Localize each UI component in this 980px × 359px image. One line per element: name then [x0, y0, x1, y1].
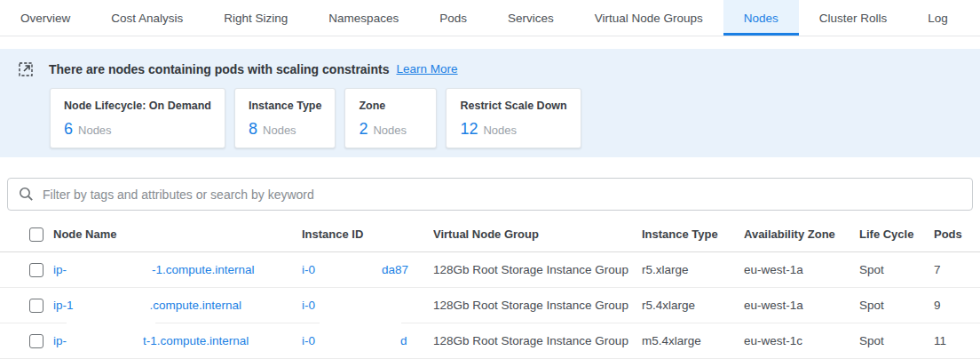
- node-name-link[interactable]: .compute.internal: [150, 299, 242, 312]
- instance-type-cell: m5.4xlarge: [642, 334, 744, 347]
- card-zone[interactable]: Zone 2Nodes: [344, 88, 437, 148]
- card-count: 2: [359, 120, 368, 138]
- availability-zone-cell: eu-west-1a: [744, 263, 859, 276]
- virtual-node-group-cell: 128Gb Root Storage Instance Group: [433, 263, 642, 276]
- col-life-cycle: Life Cycle: [859, 227, 934, 241]
- virtual-node-group-cell: 128Gb Root Storage Instance Group: [433, 299, 642, 312]
- redaction-patch: [320, 322, 401, 326]
- instance-id-link[interactable]: d: [400, 334, 407, 347]
- card-title: Restrict Scale Down: [460, 100, 566, 112]
- row-checkbox[interactable]: [29, 263, 43, 277]
- row-checkbox[interactable]: [29, 334, 43, 348]
- redacted-gap: [67, 344, 143, 345]
- virtual-node-group-cell: 128Gb Root Storage Instance Group: [433, 334, 642, 347]
- col-availability-zone: Availability Zone: [744, 227, 859, 241]
- card-title: Node Lifecycle: On Demand: [64, 100, 211, 112]
- card-count: 6: [64, 120, 73, 138]
- card-unit: Nodes: [373, 124, 407, 137]
- col-node-name: Node Name: [53, 227, 302, 241]
- card-unit: Nodes: [483, 124, 517, 137]
- tab-overview[interactable]: Overview: [0, 0, 91, 36]
- tab-log[interactable]: Log: [907, 0, 968, 36]
- redacted-gap: [74, 308, 150, 309]
- card-count: 8: [249, 120, 257, 138]
- life-cycle-cell: Spot: [859, 263, 934, 276]
- instance-type-cell: r5.4xlarge: [642, 299, 744, 312]
- availability-zone-cell: eu-west-1a: [744, 299, 859, 312]
- card-count: 12: [460, 120, 478, 138]
- tab-namespaces[interactable]: Namespaces: [308, 0, 419, 36]
- card-node-lifecycle[interactable]: Node Lifecycle: On Demand 6Nodes: [50, 88, 225, 148]
- banner-message: There are nodes containing pods with sca…: [49, 62, 390, 76]
- spacer: [0, 36, 980, 49]
- tab-services[interactable]: Services: [487, 0, 574, 36]
- pods-cell: 9: [934, 299, 980, 312]
- instance-id-link[interactable]: da87: [382, 263, 408, 276]
- filter-bar: [7, 178, 973, 211]
- redacted-gap: [315, 344, 400, 345]
- table-row: ip-1.compute.internal i-0 128Gb Root Sto…: [0, 288, 980, 323]
- scaling-constraints-banner: There are nodes containing pods with sca…: [0, 49, 980, 157]
- tab-right-sizing[interactable]: Right Sizing: [203, 0, 308, 36]
- card-title: Instance Type: [249, 100, 321, 112]
- tab-cluster-rolls[interactable]: Cluster Rolls: [799, 0, 908, 36]
- instance-id-link[interactable]: i-0: [302, 334, 315, 347]
- learn-more-link[interactable]: Learn More: [397, 62, 458, 76]
- node-name-link[interactable]: ip-: [53, 334, 67, 347]
- card-title: Zone: [359, 100, 423, 112]
- tab-virtual-node-groups[interactable]: Virtual Node Groups: [574, 0, 723, 36]
- nodes-table: Node Name Instance ID Virtual Node Group…: [0, 217, 980, 359]
- instance-id-link[interactable]: i-0: [302, 263, 315, 276]
- node-name-link[interactable]: ip-1: [53, 299, 74, 312]
- tab-bar: Overview Cost Analysis Right Sizing Name…: [0, 0, 980, 36]
- col-pods: Pods: [934, 227, 980, 241]
- pods-cell: 11: [934, 334, 980, 347]
- redacted-gap: [67, 273, 152, 274]
- card-unit: Nodes: [263, 124, 296, 137]
- col-virtual-node-group: Virtual Node Group: [433, 227, 642, 241]
- select-all-checkbox[interactable]: [29, 227, 43, 242]
- life-cycle-cell: Spot: [859, 299, 934, 312]
- card-restrict-scale-down[interactable]: Restrict Scale Down 12Nodes: [446, 88, 581, 148]
- instance-id-link[interactable]: i-0: [302, 299, 315, 312]
- card-unit: Nodes: [78, 124, 112, 137]
- redaction-patch: [67, 322, 155, 326]
- redacted-gap: [315, 273, 382, 274]
- constraint-cards: Node Lifecycle: On Demand 6Nodes Instanc…: [50, 88, 980, 148]
- tab-nodes[interactable]: Nodes: [723, 0, 799, 36]
- table-header-row: Node Name Instance ID Virtual Node Group…: [0, 217, 980, 252]
- scale-constraint-icon: [18, 60, 35, 77]
- node-name-link[interactable]: -1.compute.internal: [152, 263, 255, 276]
- card-instance-type[interactable]: Instance Type 8Nodes: [234, 88, 336, 148]
- instance-type-cell: r5.xlarge: [642, 263, 744, 276]
- search-input[interactable]: [43, 187, 961, 202]
- col-instance-type: Instance Type: [642, 227, 744, 241]
- node-name-link[interactable]: ip-: [53, 263, 67, 276]
- node-name-link[interactable]: t-1.compute.internal: [143, 334, 249, 347]
- availability-zone-cell: eu-west-1c: [744, 334, 859, 347]
- tab-pods[interactable]: Pods: [419, 0, 487, 36]
- table-row: ip--1.compute.internal i-0da87 128Gb Roo…: [0, 252, 980, 288]
- pods-cell: 7: [934, 263, 980, 276]
- row-checkbox[interactable]: [29, 299, 43, 313]
- col-instance-id: Instance ID: [302, 227, 433, 241]
- tab-cost-analysis[interactable]: Cost Analysis: [91, 0, 203, 36]
- table-row: ip-t-1.compute.internal i-0d 128Gb Root …: [0, 323, 980, 359]
- search-icon: [19, 187, 34, 202]
- life-cycle-cell: Spot: [859, 334, 934, 347]
